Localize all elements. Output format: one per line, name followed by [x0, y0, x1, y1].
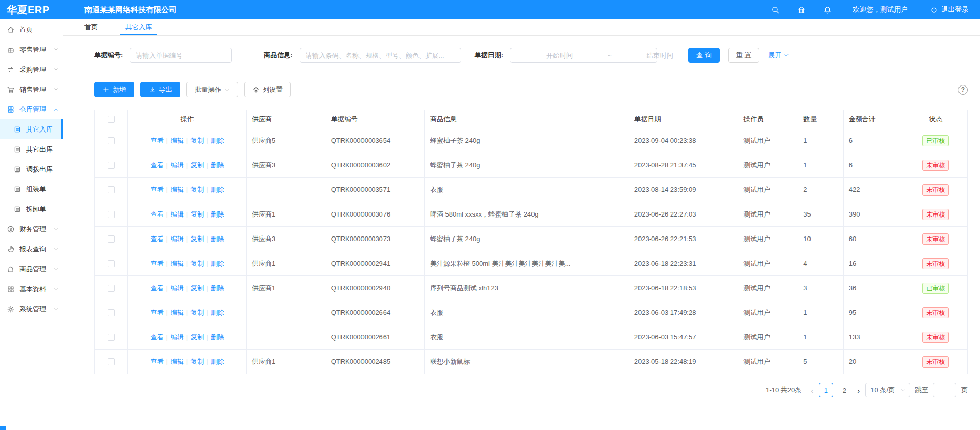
- status-badge: 已审核: [922, 135, 949, 146]
- row-checkbox[interactable]: [108, 211, 115, 218]
- page-button-1[interactable]: 1: [819, 383, 833, 397]
- export-button[interactable]: 导出: [140, 82, 180, 97]
- action-link-1[interactable]: 编辑: [171, 333, 184, 341]
- action-link-3[interactable]: 删除: [211, 210, 224, 218]
- help-icon[interactable]: ?: [958, 85, 968, 95]
- sidebar-item-purchase[interactable]: 采购管理: [0, 59, 63, 79]
- page-button-2[interactable]: 2: [837, 383, 851, 397]
- row-checkbox[interactable]: [108, 137, 115, 144]
- action-link-3[interactable]: 删除: [211, 161, 224, 169]
- action-link-1[interactable]: 编辑: [171, 260, 184, 267]
- action-link-1[interactable]: 编辑: [171, 186, 184, 193]
- row-checkbox[interactable]: [108, 235, 115, 243]
- action-link-3[interactable]: 删除: [211, 186, 224, 193]
- sidebar-item-assembly[interactable]: 组装单: [0, 179, 63, 199]
- action-link-2[interactable]: 复制: [190, 358, 204, 365]
- action-link-3[interactable]: 删除: [211, 235, 224, 243]
- action-link-2[interactable]: 复制: [190, 260, 204, 267]
- action-link-0[interactable]: 查看: [150, 210, 163, 218]
- row-checkbox[interactable]: [108, 358, 115, 365]
- row-checkbox[interactable]: [108, 260, 115, 267]
- sidebar-item-report[interactable]: 报表查询: [0, 239, 63, 259]
- sidebar-item-sales[interactable]: 销售管理: [0, 79, 63, 99]
- action-link-0[interactable]: 查看: [150, 333, 163, 341]
- sidebar-item-retail[interactable]: 零售管理: [0, 39, 63, 59]
- product-info-input[interactable]: [300, 48, 461, 63]
- action-link-2[interactable]: 复制: [190, 161, 204, 169]
- action-link-0[interactable]: 查看: [150, 309, 163, 316]
- bell-icon[interactable]: [823, 6, 832, 14]
- add-button[interactable]: 新增: [94, 82, 134, 97]
- logout-button[interactable]: 退出登录: [930, 5, 969, 14]
- action-link-2[interactable]: 复制: [190, 333, 204, 341]
- action-link-2[interactable]: 复制: [190, 137, 204, 144]
- doc-icon: [13, 125, 22, 134]
- operator-cell: 测试用户: [738, 153, 798, 178]
- row-checkbox[interactable]: [108, 162, 115, 169]
- row-checkbox[interactable]: [108, 186, 115, 193]
- date-range-picker[interactable]: ~: [510, 48, 657, 63]
- action-link-3[interactable]: 删除: [211, 333, 224, 341]
- sidebar-item-system[interactable]: 系统管理: [0, 299, 63, 319]
- sidebar-item-transfer-out[interactable]: 调拨出库: [0, 159, 63, 179]
- amount-cell: 36: [843, 276, 904, 300]
- platform-icon[interactable]: [797, 6, 806, 14]
- sidebar-item-basic[interactable]: 基本资料: [0, 279, 63, 299]
- sidebar-item-warehouse[interactable]: 仓库管理: [0, 99, 63, 119]
- product-cell: 美汁源果粒橙 500ml 美汁美汁美汁美汁美汁美...: [424, 251, 629, 276]
- prev-page-button[interactable]: ‹: [809, 386, 814, 395]
- qty-cell: 1: [798, 153, 844, 178]
- order-no-input[interactable]: [130, 48, 232, 63]
- batch-actions-button[interactable]: 批量操作: [186, 82, 238, 97]
- action-link-3[interactable]: 删除: [211, 260, 224, 267]
- row-checkbox[interactable]: [108, 334, 115, 341]
- action-link-0[interactable]: 查看: [150, 260, 163, 267]
- date-cell: 2023-08-14 23:59:09: [629, 178, 738, 202]
- action-link-1[interactable]: 编辑: [171, 309, 184, 316]
- action-link-1[interactable]: 编辑: [171, 284, 184, 292]
- row-checkbox[interactable]: [108, 309, 115, 316]
- page-size-select[interactable]: 10 条/页: [865, 383, 910, 397]
- action-link-2[interactable]: 复制: [190, 210, 204, 218]
- column-header: 数量: [798, 110, 844, 128]
- action-link-3[interactable]: 删除: [211, 284, 224, 292]
- welcome-text[interactable]: 欢迎您，测试用户: [853, 5, 908, 14]
- search-button[interactable]: 查 询: [688, 48, 720, 63]
- action-link-0[interactable]: 查看: [150, 284, 163, 292]
- column-settings-button[interactable]: 列设置: [244, 82, 291, 97]
- action-link-2[interactable]: 复制: [190, 186, 204, 193]
- row-checkbox[interactable]: [108, 285, 115, 292]
- action-link-2[interactable]: 复制: [190, 235, 204, 243]
- action-link-2[interactable]: 复制: [190, 284, 204, 292]
- action-link-1[interactable]: 编辑: [171, 137, 184, 144]
- select-all-checkbox[interactable]: [108, 116, 115, 123]
- action-link-3[interactable]: 删除: [211, 309, 224, 316]
- tab-home[interactable]: 首页: [79, 19, 103, 35]
- action-link-0[interactable]: 查看: [150, 186, 163, 193]
- action-link-0[interactable]: 查看: [150, 161, 163, 169]
- sidebar-item-finance[interactable]: 财务管理: [0, 219, 63, 239]
- action-link-0[interactable]: 查看: [150, 235, 163, 243]
- page-unit-label: 页: [961, 385, 968, 395]
- action-link-0[interactable]: 查看: [150, 358, 163, 365]
- expand-link[interactable]: 展开: [768, 51, 789, 60]
- reset-button[interactable]: 重 置: [728, 48, 760, 63]
- sidebar-item-disassembly[interactable]: 拆卸单: [0, 199, 63, 219]
- action-link-1[interactable]: 编辑: [171, 358, 184, 365]
- action-link-1[interactable]: 编辑: [171, 210, 184, 218]
- action-link-0[interactable]: 查看: [150, 137, 163, 144]
- action-link-3[interactable]: 删除: [211, 358, 224, 365]
- date-start-input[interactable]: [515, 52, 605, 59]
- next-page-button[interactable]: ›: [856, 386, 861, 395]
- tab-other-inbound[interactable]: 其它入库: [120, 19, 157, 35]
- sidebar-item-other-in[interactable]: 其它入库: [0, 119, 63, 139]
- sidebar-item-home[interactable]: 首页: [0, 19, 63, 39]
- sidebar-item-other-out[interactable]: 其它出库: [0, 139, 63, 159]
- jump-page-input[interactable]: [933, 383, 956, 397]
- action-link-3[interactable]: 删除: [211, 137, 224, 144]
- action-link-1[interactable]: 编辑: [171, 235, 184, 243]
- search-icon[interactable]: [771, 6, 780, 14]
- action-link-2[interactable]: 复制: [190, 309, 204, 316]
- sidebar-item-goods[interactable]: 商品管理: [0, 259, 63, 279]
- action-link-1[interactable]: 编辑: [171, 161, 184, 169]
